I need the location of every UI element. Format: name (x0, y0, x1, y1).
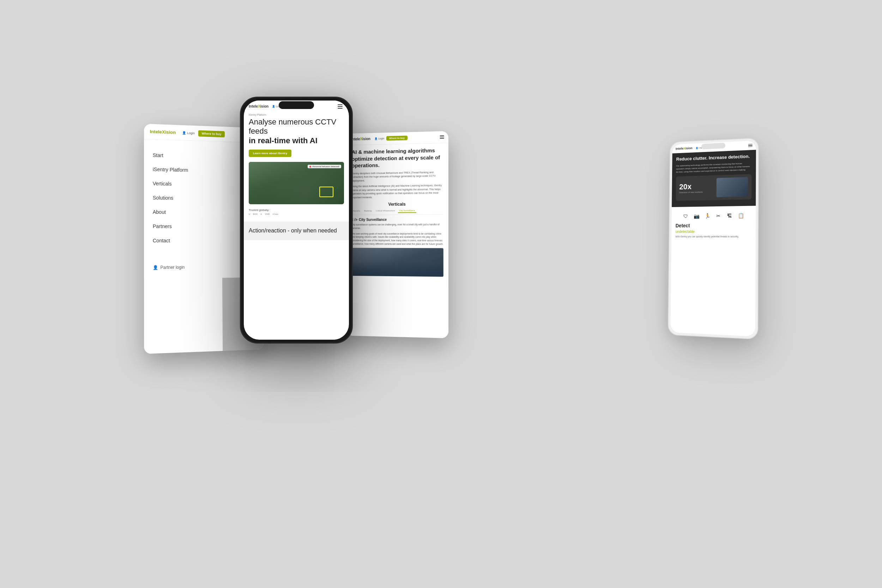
shield-icon: 🛡 (682, 212, 689, 220)
section-label: iSentry Platform (249, 114, 344, 116)
phone-notch (279, 101, 314, 109)
login-link-left[interactable]: 👤 Login (182, 131, 195, 135)
logo-cr: InteleXision (351, 137, 370, 141)
h-line1 (440, 135, 444, 136)
hamburger-center[interactable] (336, 104, 344, 108)
trusted-logos-row: U BOX A VUM >Cam (249, 213, 344, 215)
logo-suffix: ision (165, 129, 176, 135)
detection-box (319, 187, 333, 197)
device-cr-screen: InteleXision 👤 Login Where to buy AI & m… (346, 131, 448, 338)
person-icon-center: 👤 (272, 105, 275, 107)
where-to-buy-btn-left[interactable]: Where to buy (198, 130, 225, 137)
h-line2 (440, 136, 444, 137)
right-white-section: 🛡 📷 🏃 ✂ 🏗 📋 Detect undetectable With iSe… (671, 206, 756, 241)
hamburger-line-2 (338, 106, 343, 106)
trusted-label: Trusted globally: (249, 208, 344, 212)
rh-line2 (748, 145, 753, 146)
device-right-phone: InteleXision 👤 Login Where to buy Reduce… (668, 138, 759, 340)
city-surv-text-2: The over-arching goals of most city surv… (351, 232, 444, 246)
person-icon-partner: 👤 (153, 265, 158, 270)
person-icon-left: 👤 (182, 131, 186, 134)
vtab-airports[interactable]: Airports (351, 209, 361, 213)
person-run-icon: 🏃 (704, 212, 711, 220)
ai-text-1: iSentry deciphers both Unusual Behaviour… (352, 170, 444, 182)
h-line3 (440, 138, 444, 139)
camera-badge-text: Abnormal behavior detected! (312, 165, 339, 168)
stat-number: 20x (679, 182, 703, 192)
hamburger-line-1 (338, 104, 343, 105)
rh-line3 (748, 146, 753, 147)
hero-bold: in real-time with AI (249, 136, 318, 145)
scene: InteleXision 👤 Login Where to buy ✕ Star… (53, 47, 829, 541)
logo-x: X (162, 129, 165, 134)
hamburger-right[interactable] (748, 144, 753, 147)
login-label-left: Login (187, 131, 195, 135)
icon-row: 🛡 📷 🏃 ✂ 🏗 📋 (676, 211, 752, 220)
login-label-cr: Login (378, 137, 384, 140)
vtab-city[interactable]: City Surveillance (398, 208, 417, 213)
right-hero-title: Reduce clutter. Increase detection. (676, 153, 752, 162)
device-cr-tablet: InteleXision 👤 Login Where to buy AI & m… (346, 131, 448, 338)
trusted-logo-5: >Cam (272, 213, 278, 215)
action-title: Action/reaction - only when needed (249, 227, 344, 235)
phone-side-btn (352, 147, 353, 168)
trusted-logo-4: VUM (265, 213, 270, 215)
phone-right-notch (701, 142, 725, 149)
cross-icon: ✂ (714, 212, 722, 219)
hero-title-center: Analyse numerous CCTV feeds in real-time… (249, 117, 344, 146)
partner-login-label: Partner login (160, 264, 184, 270)
menu-item-contact[interactable]: Contact (153, 233, 255, 248)
logo-center: InteleXision (249, 104, 268, 108)
person-icon-cr: 👤 (375, 137, 378, 140)
logo-prefix: Intele (150, 129, 162, 134)
stat-box: 20x Detection of new incidents (676, 174, 752, 201)
menu-item-verticals[interactable]: Verticals (153, 176, 254, 192)
person-icon-right: 👤 (695, 146, 698, 149)
menu-item-isentry[interactable]: iSentry Platform (153, 162, 254, 178)
action-section: Action/reaction - only when needed (244, 222, 349, 240)
menu-item-start[interactable]: Start (153, 148, 254, 164)
hamburger-cr[interactable] (440, 135, 444, 139)
camera-feed: Abnormal behavior detected! (249, 162, 344, 204)
device-right-screen: InteleXision 👤 Login Where to buy Reduce… (670, 140, 756, 336)
trusted-logo-3: A (260, 213, 262, 215)
menu-item-solutions[interactable]: Solutions (153, 190, 255, 206)
trusted-logo-1: U (249, 213, 250, 215)
trusted-section: Trusted globally: U BOX A VUM >Cam (249, 206, 344, 217)
verticals-title: Verticals (351, 201, 443, 207)
hamburger-line-3 (338, 108, 343, 108)
vtab-critical[interactable]: Critical Infrastructure (374, 209, 396, 213)
logo-right: InteleXision (676, 146, 693, 150)
login-cr[interactable]: 👤 Login (375, 137, 384, 140)
city-img-overlay (351, 261, 444, 276)
where-to-buy-cr[interactable]: Where to buy (386, 135, 408, 140)
hero-plain: Analyse numerous CCTV feeds (249, 117, 336, 135)
right-hero-dark: Reduce clutter. Increase detection. Our … (672, 150, 756, 207)
logo-left: InteleXision (150, 129, 176, 135)
vtab-banking[interactable]: Banking (363, 209, 373, 213)
city-surv-title: < /> City Surveillance (351, 217, 443, 222)
right-hero-text: Our automating technology performs the c… (676, 162, 752, 174)
phone-center-content: iSentry Platform Analyse numerous CCTV f… (244, 111, 349, 220)
ai-text-2: Using the latest Artificial Intelligence… (352, 183, 444, 199)
logo-center-text: InteleXision (249, 104, 268, 108)
rh-line1 (748, 144, 753, 144)
building-icon: 🏗 (726, 212, 734, 219)
cr-header: InteleXision 👤 Login Where to buy (347, 131, 448, 146)
stat-label: Detection of new incidents (679, 191, 703, 194)
trusted-logo-2: BOX (253, 213, 258, 215)
camera-detection-badge: Abnormal behavior detected! (308, 165, 341, 168)
stat-img-bg (717, 177, 748, 197)
device-center-screen: InteleXision 👤 Login Where to buy iSentr… (244, 100, 349, 340)
ai-title: AI & machine learning algorithms optimiz… (352, 147, 444, 169)
cr-content: AI & machine learning algorithms optimiz… (346, 143, 448, 280)
cta-button-center[interactable]: Learn more about iSentry (249, 150, 291, 157)
detect-text: With iSentry you can quickly identify po… (675, 235, 751, 238)
stat-image (717, 177, 748, 197)
camera-icon: 📷 (693, 212, 700, 220)
device-center-phone: InteleXision 👤 Login Where to buy iSentr… (240, 97, 353, 344)
verticals-tabs: Airports Banking Critical Infrastructure… (351, 208, 443, 215)
menu-item-partners[interactable]: Partners (153, 219, 255, 234)
menu-item-about[interactable]: About (153, 205, 255, 219)
detect-subtitle: undetectable (676, 229, 752, 234)
